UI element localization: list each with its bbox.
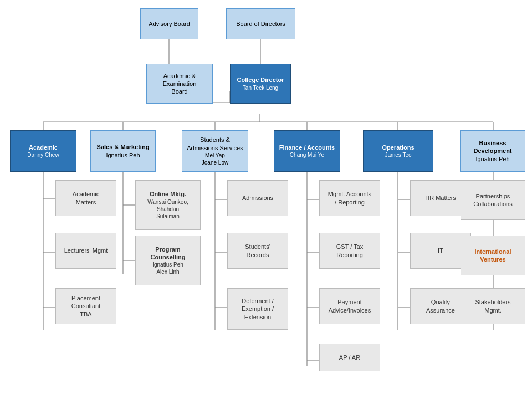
stakeholders-mgmt-label: Stakeholders Mgmt. xyxy=(475,298,510,314)
college-director-name: Tan Teck Leng xyxy=(237,84,284,91)
quality-assurance-label: Quality Assurance xyxy=(426,298,455,314)
operations-title: Operations xyxy=(382,144,414,151)
stakeholders-mgmt-node: Stakeholders Mgmt. xyxy=(461,288,525,324)
lecturers-mgmt-label: Lecturers' Mgmt xyxy=(64,247,108,254)
online-mktg-title: Online Mktg. xyxy=(147,190,188,198)
college-director-node: College Director Tan Teck Leng xyxy=(230,64,291,104)
finance-accounts-title: Finance / Accounts xyxy=(279,144,335,151)
partnerships-collab-label: Partnerships Collaborations xyxy=(473,192,512,208)
deferment-label: Deferment / Exemption / Extension xyxy=(242,297,274,321)
lecturers-mgmt-node: Lecturers' Mgmt xyxy=(55,233,116,269)
academic-exam-board-label: Academic & Examination Board xyxy=(163,72,197,96)
sales-marketing-node: Sales & Marketing Ignatius Peh xyxy=(90,130,156,172)
operations-name: James Teo xyxy=(382,151,414,158)
online-mktg-names: Wansai Ounkeo, Shahdan Sulaiman xyxy=(147,198,188,220)
business-dev-title: Business Development xyxy=(473,139,511,155)
placement-consultant-label: Placement Consultant TBA xyxy=(71,294,101,318)
students-records-label: Students' Records xyxy=(245,243,270,259)
program-counselling-title: Program Counselling xyxy=(151,245,186,262)
org-chart: Advisory Board Board of Directors Academ… xyxy=(0,0,532,399)
sales-marketing-name: Ignatius Peh xyxy=(97,151,150,159)
sales-marketing-title: Sales & Marketing xyxy=(97,143,150,151)
payment-advice-node: Payment Advice/Invoices xyxy=(319,288,380,324)
academic-exam-board-node: Academic & Examination Board xyxy=(146,64,213,104)
ap-ar-node: AP / AR xyxy=(319,344,380,371)
international-ventures-node: International Ventures xyxy=(461,236,525,275)
international-ventures-label: International Ventures xyxy=(474,248,511,264)
ap-ar-label: AP / AR xyxy=(339,354,360,361)
academic-matters-node: Academic Matters xyxy=(55,180,116,216)
hr-matters-label: HR Matters xyxy=(425,194,456,202)
college-director-title: College Director xyxy=(237,76,284,84)
board-of-directors-node: Board of Directors xyxy=(226,8,295,39)
deferment-node: Deferment / Exemption / Extension xyxy=(227,288,288,330)
academic-head-name: Danny Chew xyxy=(27,151,59,158)
finance-accounts-node: Finance / Accounts Chang Mui Ye xyxy=(274,130,340,172)
it-label: IT xyxy=(438,247,443,254)
online-mktg-node: Online Mktg. Wansai Ounkeo, Shahdan Sula… xyxy=(135,180,201,230)
payment-advice-label: Payment Advice/Invoices xyxy=(329,298,371,314)
admissions-label: Admissions xyxy=(242,194,273,202)
program-counselling-names: Ignatius Peh Alex Linh xyxy=(151,261,186,275)
advisory-board-node: Advisory Board xyxy=(140,8,198,39)
academic-head-node: Academic Danny Chew xyxy=(10,130,76,172)
students-records-node: Students' Records xyxy=(227,233,288,269)
students-admissions-title: Students & Admissions Services xyxy=(187,136,243,152)
finance-accounts-name: Chang Mui Ye xyxy=(279,151,335,158)
mgmt-accounts-label: Mgmt. Accounts / Reporting xyxy=(328,190,371,206)
partnerships-collab-node: Partnerships Collaborations xyxy=(461,180,525,220)
business-dev-name: Ignatius Peh xyxy=(473,155,511,163)
mgmt-accounts-node: Mgmt. Accounts / Reporting xyxy=(319,180,380,216)
admissions-node: Admissions xyxy=(227,180,288,216)
board-of-directors-label: Board of Directors xyxy=(236,20,285,28)
students-admissions-names: Mei Yap Joane Low xyxy=(187,152,243,166)
operations-node: Operations James Teo xyxy=(363,130,433,172)
students-admissions-node: Students & Admissions Services Mei Yap J… xyxy=(182,130,248,172)
advisory-board-label: Advisory Board xyxy=(149,20,190,28)
placement-consultant-node: Placement Consultant TBA xyxy=(55,288,116,324)
gst-tax-node: GST / Tax Reporting xyxy=(319,233,380,269)
academic-head-title: Academic xyxy=(27,144,59,151)
program-counselling-node: Program Counselling Ignatius Peh Alex Li… xyxy=(135,236,201,285)
academic-matters-label: Academic Matters xyxy=(73,190,99,206)
gst-tax-label: GST / Tax Reporting xyxy=(336,243,364,259)
business-dev-node: Business Development Ignatius Peh xyxy=(460,130,525,172)
